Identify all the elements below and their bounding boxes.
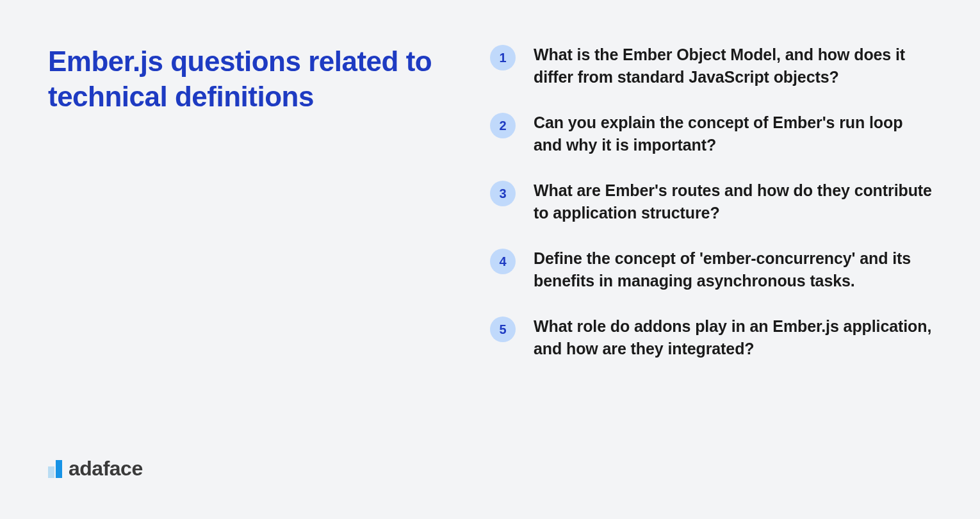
item-number-badge: 2 (490, 113, 516, 138)
list-item: 4 Define the concept of 'ember-concurren… (490, 247, 932, 292)
bar-chart-icon (48, 460, 62, 478)
logo-text: adaface (69, 457, 143, 481)
question-text: What is the Ember Object Model, and how … (534, 44, 932, 88)
item-number-badge: 3 (490, 181, 516, 206)
item-number-badge: 1 (490, 45, 516, 70)
question-text: Can you explain the concept of Ember's r… (534, 111, 932, 156)
slide-container: Ember.js questions related to technical … (0, 0, 980, 519)
item-number-badge: 5 (490, 317, 516, 342)
list-item: 1 What is the Ember Object Model, and ho… (490, 44, 932, 88)
question-text: What are Ember's routes and how do they … (534, 179, 932, 224)
question-text: Define the concept of 'ember-concurrency… (534, 247, 932, 292)
questions-list: 1 What is the Ember Object Model, and ho… (490, 38, 932, 493)
page-title: Ember.js questions related to technical … (48, 44, 490, 114)
left-column: Ember.js questions related to technical … (48, 38, 490, 493)
list-item: 3 What are Ember's routes and how do the… (490, 179, 932, 224)
question-text: What role do addons play in an Ember.js … (534, 315, 932, 360)
list-item: 5 What role do addons play in an Ember.j… (490, 315, 932, 360)
list-item: 2 Can you explain the concept of Ember's… (490, 111, 932, 156)
brand-logo: adaface (48, 457, 490, 481)
item-number-badge: 4 (490, 249, 516, 274)
